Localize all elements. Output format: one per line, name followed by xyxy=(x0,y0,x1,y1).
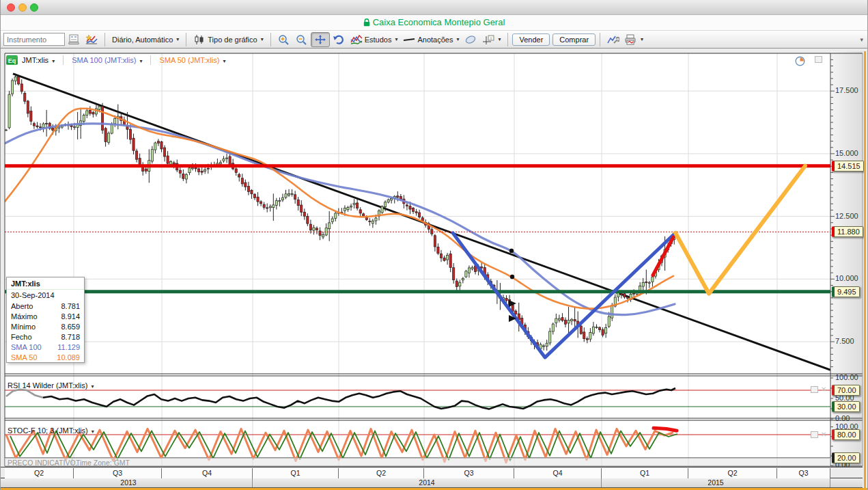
clock-icon[interactable] xyxy=(795,56,805,66)
rsi-pane-icons: ✕ xyxy=(811,386,826,393)
undo-icon xyxy=(333,34,345,45)
stoc-callout: 20.00 xyxy=(832,452,860,463)
minimize-window-button[interactable] xyxy=(18,3,27,12)
buy-button[interactable]: Comprar xyxy=(552,33,596,46)
tooltip-row: SMA 10011.129 xyxy=(7,342,84,352)
symbol-label: JMT:xlis xyxy=(22,56,48,64)
tooltip-date: 30-Sep-2014 xyxy=(7,290,84,301)
price-tick-label: 15.000 xyxy=(835,149,858,157)
chevron-down-icon: ▾ xyxy=(395,36,397,42)
chart-shortcut-button[interactable] xyxy=(83,33,100,46)
window-title-bar: Caixa Economica Montepio Geral xyxy=(1,15,867,30)
quarter-cell[interactable]: Q1 xyxy=(602,468,688,478)
toolbar-separator xyxy=(600,33,600,46)
stoc-pane-label[interactable]: STOC-F 10; 3 (JMT:xlis) ▾ xyxy=(8,426,94,435)
zoom-in-button[interactable] xyxy=(275,33,293,46)
toolbar: Diário, Automático▾ Tipo de gráfico▾ Est… xyxy=(1,30,867,49)
close-window-button[interactable] xyxy=(7,3,15,12)
eraser-button[interactable] xyxy=(462,33,479,46)
price-tick-label: 7.500 xyxy=(835,337,854,345)
chevron-down-icon: ▾ xyxy=(641,36,643,42)
stoc-pane-icons: ✕ xyxy=(811,431,826,438)
chart-type-label: Tipo de gráfico xyxy=(208,36,257,44)
annotations-label: Anotações xyxy=(417,36,453,44)
chart-settings-button[interactable] xyxy=(604,33,622,46)
rsi-pane-label[interactable]: RSI 14 Wilder (JMT:xlis) ▾ xyxy=(8,381,94,390)
undo-button[interactable] xyxy=(330,33,348,46)
pan-tool-button[interactable] xyxy=(311,32,330,47)
chevron-down-icon: ▾ xyxy=(176,36,179,42)
chevron-down-icon: ▾ xyxy=(223,58,225,64)
zoom-out-icon xyxy=(296,34,308,45)
toolbar-overflow-button[interactable]: ▾ xyxy=(860,36,863,43)
maximize-pane-icon[interactable] xyxy=(815,56,822,63)
price-tick-label: 17.500 xyxy=(835,86,858,94)
zoom-out-button[interactable] xyxy=(293,33,311,46)
annotations-dropdown[interactable]: Anotações▾ xyxy=(400,33,462,46)
chart-right-border xyxy=(864,51,866,489)
price-callout: 9.495 xyxy=(832,286,860,297)
restore-pane-icon[interactable] xyxy=(811,386,818,393)
print-icon xyxy=(625,34,637,45)
tooltip-symbol: JMT:xlis xyxy=(7,277,84,290)
time-axis-quarters[interactable]: Q2Q3Q4Q1Q2Q3Q4Q1Q2Q3 xyxy=(1,467,863,478)
tooltip-row: Máximo8.914 xyxy=(7,311,84,321)
chevron-down-icon: ▾ xyxy=(498,36,501,42)
zoom-window-button[interactable] xyxy=(30,3,38,12)
studies-dropdown[interactable]: Estudos▾ xyxy=(348,33,401,46)
rsi-callout: 70.00 xyxy=(832,385,860,396)
chart-wrench-icon xyxy=(607,34,619,45)
crosshair-info-dropdown[interactable]: i ▾ xyxy=(479,33,503,46)
year-cell: 2015 xyxy=(602,478,830,487)
period-dropdown[interactable]: Diário, Automático▾ xyxy=(109,34,182,45)
chart-type-dropdown[interactable]: Tipo de gráfico▾ xyxy=(191,33,266,46)
eraser-icon xyxy=(464,34,477,45)
tooltip-row: Fecho8.718 xyxy=(7,331,84,342)
sell-button[interactable]: Vender xyxy=(512,33,550,46)
symbol-board-icon xyxy=(68,34,80,45)
chevron-down-icon: ▾ xyxy=(92,428,94,435)
quarter-cell[interactable]: Q4 xyxy=(162,468,253,478)
restore-pane-icon[interactable] xyxy=(811,431,818,438)
main-pane-icons xyxy=(795,56,822,66)
quarter-cell[interactable]: Q2 xyxy=(688,468,777,478)
quarter-cell[interactable]: Q3 xyxy=(424,468,514,478)
chart-area: Eq JMT:xlis ▾ SMA 100 (JMT:xlis) ▾ SMA 5… xyxy=(1,49,868,490)
price-callout: 11.880 xyxy=(832,226,863,237)
close-pane-icon[interactable]: ✕ xyxy=(821,431,826,438)
chevron-down-icon: ▾ xyxy=(91,383,94,390)
price-tick-label: 12.500 xyxy=(835,212,858,220)
tooltip-row: Aberto8.781 xyxy=(7,301,84,311)
stoc-callout: 80.00 xyxy=(832,429,860,440)
rsi-label-text: RSI 14 Wilder (JMT:xlis) xyxy=(8,381,87,390)
chevron-down-icon: ▾ xyxy=(139,58,142,64)
ohlc-tooltip: JMT:xlis 30-Sep-2014 Aberto8.781Máximo8.… xyxy=(6,277,85,363)
toolbar-separator xyxy=(104,33,105,46)
status-band: PREÇO INDICATIVO. Time Zone: GMT xyxy=(5,458,830,466)
quarter-cell[interactable]: Q2 xyxy=(5,468,74,478)
studies-icon xyxy=(350,34,363,45)
legend-sma50[interactable]: SMA 50 (JMT:xlis) ▾ xyxy=(159,56,225,64)
quarter-cell[interactable]: Q1 xyxy=(253,468,339,478)
quarter-cell[interactable]: Q3 xyxy=(74,468,162,478)
price-chart-svg[interactable] xyxy=(1,49,868,490)
zoom-in-icon xyxy=(278,34,290,45)
print-dropdown[interactable]: ▾ xyxy=(622,33,646,46)
indicative-price-label: PREÇO INDICATIVO. xyxy=(8,459,77,467)
rsi-tick-label: 100.00 xyxy=(835,373,858,381)
instrument-input[interactable] xyxy=(3,33,65,46)
quarter-cell[interactable]: Q4 xyxy=(514,468,602,478)
symbol-lookup-button[interactable] xyxy=(65,33,83,46)
studies-label: Estudos xyxy=(365,36,392,44)
status-separator xyxy=(72,459,72,467)
legend-symbol[interactable]: JMT:xlis ▾ xyxy=(22,56,55,64)
close-pane-icon[interactable]: ✕ xyxy=(821,386,826,393)
pan-arrows-icon xyxy=(314,34,326,45)
chevron-down-icon: ▾ xyxy=(456,36,459,42)
chevron-down-icon: ▾ xyxy=(261,36,264,42)
legend-sma100[interactable]: SMA 100 (JMT:xlis) ▾ xyxy=(72,56,142,64)
rsi-callout: 30.00 xyxy=(832,401,860,412)
quarter-cell[interactable]: Q3 xyxy=(777,468,830,478)
timezone-label: Time Zone: GMT xyxy=(76,459,130,467)
quarter-cell[interactable]: Q2 xyxy=(339,468,424,478)
